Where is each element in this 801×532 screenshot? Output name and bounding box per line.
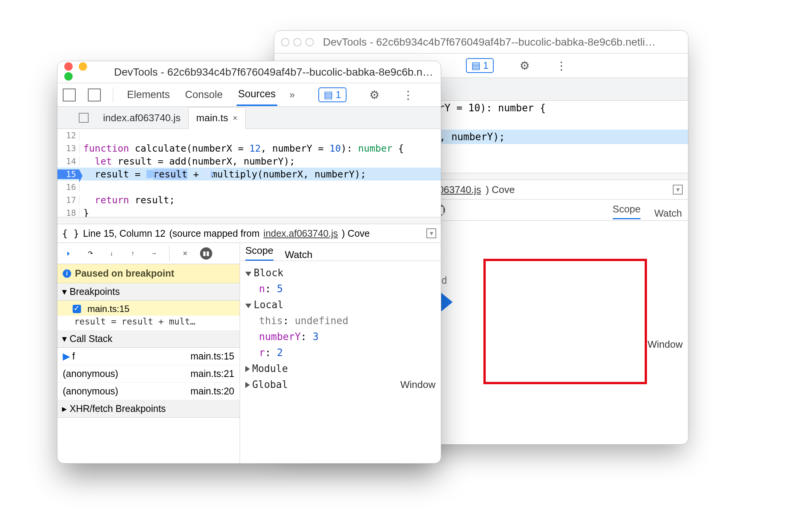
issues-badge[interactable]: ▤ 1 — [318, 87, 346, 102]
scope-panel-front: Block n: 5 Local this: undefined numberY… — [240, 261, 441, 396]
breakpoints-section[interactable]: ▾ Breakpoints — [57, 283, 240, 301]
step-marker-icon — [146, 170, 153, 178]
editor-statusbar: { } Line 15, Column 12 (source mapped fr… — [57, 224, 441, 243]
deactivate-breakpoints-icon[interactable]: ⤫ — [179, 247, 191, 260]
stack-frame[interactable]: (anonymous)main.ts:20 — [57, 383, 240, 400]
file-tab-maints[interactable]: main.ts × — [188, 107, 246, 129]
traffic-close-icon[interactable] — [64, 62, 73, 71]
source-map-link[interactable]: index.af063740.js — [264, 228, 338, 239]
traffic-dot-inactive — [293, 38, 302, 46]
close-icon[interactable]: × — [233, 113, 238, 123]
breakpoint-code: result = result + mult… — [57, 316, 240, 330]
left-debug-panel: ⏵ ↷ ↓ ↑ → ⤫ ▮▮ i Paused on breakpoint ▾ … — [57, 243, 240, 463]
devtools-window-front: DevTools - 62c6b934c4b7f676049af4b7--buc… — [57, 61, 441, 464]
breakpoint-item[interactable]: main.ts:15 — [57, 301, 240, 316]
execution-line: 15 result = result + multiply(numberX, n… — [57, 168, 441, 180]
tab-scope[interactable]: Scope — [613, 203, 641, 219]
navigator-toggle-icon[interactable] — [79, 113, 89, 123]
traffic-zoom-icon[interactable] — [64, 72, 73, 81]
window-title: DevTools - 62c6b934c4b7f676049af4b7--buc… — [323, 36, 656, 48]
resume-icon[interactable]: ⏵ — [63, 247, 75, 260]
window-title: DevTools - 62c6b934c4b7f676049af4b7--buc… — [114, 66, 434, 78]
step-marker-icon — [205, 170, 211, 178]
issues-badge[interactable]: ▤ 1 — [466, 58, 494, 73]
file-tab-indexjs[interactable]: index.af063740.js — [95, 108, 188, 128]
window-titlebar-back: DevTools - 62c6b934c4b7f676049af4b7--buc… — [274, 31, 688, 54]
tab-sources[interactable]: Sources — [237, 84, 277, 106]
stack-frame[interactable]: ▶fmain.ts:15 — [57, 348, 240, 365]
issues-count: 1 — [483, 60, 488, 71]
paused-banner: i Paused on breakpoint — [57, 264, 240, 283]
window-titlebar-front: DevTools - 62c6b934c4b7f676049af4b7--buc… — [57, 61, 441, 83]
overflow-icon[interactable]: » — [289, 89, 295, 101]
step-out-icon[interactable]: ↑ — [127, 247, 139, 260]
right-scope-panel: Scope Watch Block n: 5 Local this: undef… — [240, 243, 441, 463]
step-into-icon[interactable]: ↓ — [105, 247, 118, 260]
horizontal-scrollbar[interactable] — [57, 217, 441, 224]
kebab-icon[interactable]: ⋮ — [556, 59, 567, 72]
scope-tabs: Scope Watch — [240, 243, 441, 261]
kebab-icon[interactable]: ⋮ — [402, 88, 414, 101]
stack-frame[interactable]: (anonymous)main.ts:21 — [57, 365, 240, 383]
chat-icon: ▤ — [324, 89, 333, 101]
tab-scope[interactable]: Scope — [245, 245, 273, 261]
panel-tabbar: Elements Console Sources » ▤ 1 ⚙ ⋮ — [57, 83, 441, 107]
pause-exceptions-icon[interactable]: ▮▮ — [200, 247, 212, 260]
gear-icon[interactable]: ⚙ — [520, 59, 530, 72]
coverage-toggle[interactable]: ▾ — [673, 185, 683, 195]
info-icon: i — [63, 269, 71, 278]
traffic-dot-inactive — [305, 38, 314, 46]
tab-watch[interactable]: Watch — [285, 249, 313, 261]
tab-watch[interactable]: Watch — [654, 207, 682, 219]
tab-console[interactable]: Console — [184, 84, 224, 105]
callstack-section[interactable]: ▾ Call Stack — [57, 330, 240, 348]
coverage-toggle[interactable]: ▾ — [426, 228, 436, 238]
issues-count: 1 — [335, 89, 341, 101]
xhr-breakpoints-section[interactable]: ▸ XHR/fetch Breakpoints — [57, 400, 240, 418]
code-editor-front[interactable]: 12 13function calculate(numberX = 12, nu… — [57, 129, 441, 217]
step-icon[interactable]: → — [148, 247, 160, 260]
debugger-toolbar: ⏵ ↷ ↓ ↑ → ⤫ ▮▮ — [57, 243, 240, 264]
gear-icon[interactable]: ⚙ — [369, 88, 380, 101]
chat-icon: ▤ — [471, 60, 481, 71]
traffic-dot-inactive — [281, 38, 289, 46]
traffic-minimize-icon[interactable] — [79, 62, 87, 71]
inspect-icon[interactable] — [63, 89, 76, 101]
checkbox-icon[interactable] — [73, 305, 81, 313]
file-tabbar: index.af063740.js main.ts × — [57, 107, 441, 129]
device-toggle-icon[interactable] — [88, 89, 101, 101]
pretty-print-icon[interactable]: { } — [62, 228, 79, 239]
step-over-icon[interactable]: ↷ — [84, 247, 96, 260]
tab-elements[interactable]: Elements — [126, 84, 172, 105]
